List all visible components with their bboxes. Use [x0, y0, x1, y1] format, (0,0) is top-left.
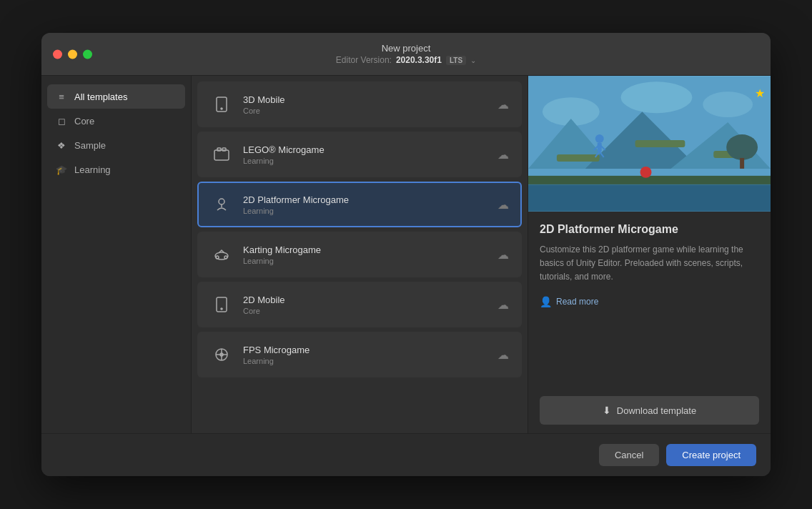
- svg-rect-30: [740, 158, 744, 169]
- learning-icon: 🎓: [56, 164, 67, 175]
- template-item-karting-microgame[interactable]: Karting Microgame Learning ☁: [197, 232, 522, 277]
- window-controls: [53, 49, 92, 59]
- download-template-button[interactable]: ⬇ Download template: [540, 396, 759, 425]
- sidebar-item-label: Learning: [74, 164, 111, 175]
- download-icon: ☁: [497, 148, 509, 162]
- template-name: 2D Platformer Microgame: [243, 194, 487, 205]
- square-icon: ◻: [56, 115, 67, 127]
- editor-version: 2020.3.30f1: [396, 55, 442, 65]
- preview-panel: ★ 2D Platformer Microgame Customize this…: [528, 76, 771, 433]
- template-info: 2D Mobile Core: [243, 295, 487, 315]
- svg-point-5: [219, 199, 224, 204]
- preview-info: 2D Platformer Microgame Customize this 2…: [528, 212, 771, 387]
- person-icon: 👤: [540, 296, 552, 307]
- template-item-lego-microgame[interactable]: LEGO® Microgame Learning ☁: [197, 132, 522, 177]
- template-category: Learning: [243, 157, 487, 165]
- fps-icon: [210, 343, 233, 366]
- close-button[interactable]: [53, 49, 62, 59]
- svg-point-19: [621, 81, 693, 113]
- chevron-down-icon[interactable]: ⌄: [470, 56, 476, 64]
- main-content: ≡ All templates ◻ Core ❖ Sample 🎓 Learni…: [41, 76, 771, 433]
- download-arrow-icon: ⬇: [603, 405, 611, 416]
- template-category: Learning: [243, 207, 487, 215]
- svg-point-8: [216, 256, 219, 259]
- svg-point-31: [595, 134, 604, 143]
- download-icon: ☁: [497, 348, 509, 362]
- sidebar-item-label: Sample: [74, 140, 106, 151]
- titlebar-subtitle: Editor Version: 2020.3.30f1 LTS ⌄: [336, 55, 476, 65]
- read-more-button[interactable]: 👤 Read more: [540, 296, 598, 307]
- download-icon: ☁: [497, 248, 509, 262]
- download-icon: ☁: [497, 298, 509, 312]
- new-project-window: New project Editor Version: 2020.3.30f1 …: [41, 33, 771, 476]
- sidebar-item-sample[interactable]: ❖ Sample: [47, 133, 185, 157]
- mobile-2d-icon: [210, 293, 233, 316]
- download-icon: ☁: [497, 198, 509, 212]
- template-info: 3D Mobile Core: [243, 94, 487, 115]
- read-more-label: Read more: [556, 297, 598, 307]
- platformer-icon: [210, 193, 233, 216]
- mobile-icon: [210, 93, 233, 116]
- svg-text:★: ★: [755, 87, 765, 99]
- svg-rect-32: [598, 143, 602, 152]
- window-title: New project: [382, 43, 431, 54]
- template-info: FPS Microgame Learning: [243, 345, 487, 365]
- download-label: Download template: [617, 405, 696, 416]
- preview-title: 2D Platformer Microgame: [540, 223, 759, 236]
- template-category: Core: [243, 107, 487, 115]
- template-name: FPS Microgame: [243, 345, 487, 355]
- create-project-button[interactable]: Create project: [666, 444, 756, 466]
- template-category: Learning: [243, 257, 487, 265]
- maximize-button[interactable]: [83, 49, 92, 59]
- preview-image: ★: [528, 76, 771, 212]
- svg-rect-26: [557, 154, 600, 162]
- sidebar-item-label: Core: [74, 116, 94, 127]
- preview-description: Customize this 2D platformer game while …: [540, 243, 759, 285]
- svg-point-11: [221, 308, 222, 310]
- sidebar: ≡ All templates ◻ Core ❖ Sample 🎓 Learni…: [41, 76, 192, 433]
- lego-icon: [210, 143, 233, 166]
- karting-icon: [210, 243, 233, 266]
- template-category: Learning: [243, 357, 487, 365]
- svg-rect-23: [528, 183, 771, 212]
- template-item-2d-platformer[interactable]: 2D Platformer Microgame Learning ☁: [197, 182, 522, 227]
- svg-rect-4: [222, 148, 226, 151]
- template-name: Karting Microgame: [243, 244, 487, 255]
- sample-icon: ❖: [56, 139, 67, 151]
- sidebar-item-learning[interactable]: 🎓 Learning: [47, 157, 185, 182]
- sidebar-item-core[interactable]: ◻ Core: [47, 109, 185, 133]
- template-info: Karting Microgame Learning: [243, 244, 487, 265]
- footer: Cancel Create project: [41, 433, 771, 476]
- template-item-fps-microgame[interactable]: FPS Microgame Learning ☁: [197, 332, 522, 377]
- template-item-2d-mobile[interactable]: 2D Mobile Core ☁: [197, 282, 522, 327]
- template-category: Core: [243, 307, 487, 315]
- template-item-3d-mobile[interactable]: 3D Mobile Core ☁: [197, 81, 522, 127]
- template-info: LEGO® Microgame Learning: [243, 144, 487, 165]
- svg-rect-3: [217, 148, 221, 151]
- titlebar: New project Editor Version: 2020.3.30f1 …: [41, 33, 771, 76]
- template-name: 3D Mobile: [243, 94, 487, 105]
- svg-point-1: [221, 108, 222, 109]
- svg-rect-25: [528, 176, 771, 184]
- sidebar-item-all-templates[interactable]: ≡ All templates: [47, 84, 185, 109]
- list-icon: ≡: [56, 91, 67, 102]
- sidebar-item-label: All templates: [74, 92, 127, 102]
- svg-rect-27: [635, 140, 685, 147]
- svg-rect-2: [214, 150, 229, 160]
- template-list: 3D Mobile Core ☁ LEGO® Microgame Learnin…: [192, 76, 528, 433]
- download-icon: ☁: [497, 98, 509, 112]
- svg-point-9: [224, 256, 227, 259]
- template-info: 2D Platformer Microgame Learning: [243, 194, 487, 215]
- minimize-button[interactable]: [68, 49, 77, 59]
- svg-point-18: [703, 92, 753, 117]
- subtitle-label: Editor Version:: [336, 55, 392, 65]
- svg-point-29: [726, 134, 758, 160]
- svg-point-37: [640, 167, 652, 178]
- template-name: LEGO® Microgame: [243, 144, 487, 155]
- template-name: 2D Mobile: [243, 295, 487, 305]
- cancel-button[interactable]: Cancel: [599, 444, 659, 466]
- lts-badge: LTS: [446, 56, 466, 65]
